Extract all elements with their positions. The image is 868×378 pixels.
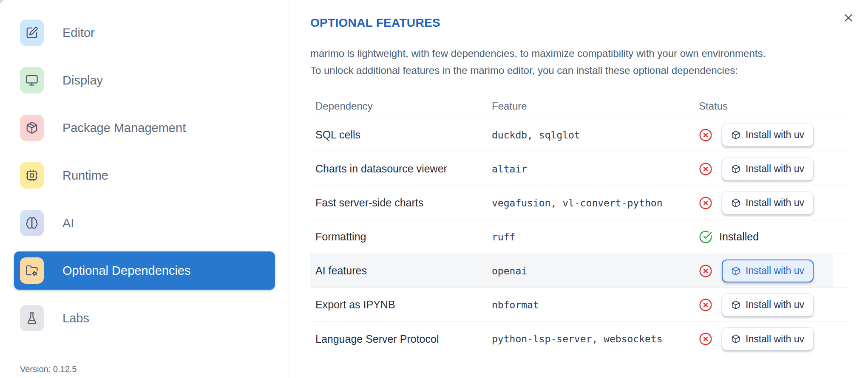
version-label: Version: 0.12.5 bbox=[14, 364, 275, 374]
box-icon bbox=[731, 130, 740, 140]
sidebar-item-label: Editor bbox=[62, 26, 95, 40]
installed-status-label: Installed bbox=[719, 231, 759, 243]
dependency-name: Fast server-side charts bbox=[310, 197, 487, 209]
sidebar-item-runtime[interactable]: Runtime bbox=[14, 156, 275, 195]
install-with-uv-button[interactable]: Install with uv bbox=[722, 124, 814, 147]
status-cell: Install with uv bbox=[694, 260, 848, 282]
sidebar-item-editor[interactable]: Editor bbox=[14, 14, 275, 52]
circle-check-icon bbox=[699, 230, 712, 244]
feature-packages: altair bbox=[487, 164, 694, 175]
feature-packages: ruff bbox=[487, 231, 694, 243]
box-icon bbox=[731, 198, 740, 208]
status-cell: Installed bbox=[694, 230, 848, 244]
description-line: To unlock additional features in the mar… bbox=[310, 65, 738, 76]
column-header-feature: Feature bbox=[487, 100, 694, 112]
install-button-label: Install with uv bbox=[746, 265, 804, 276]
box-icon bbox=[731, 300, 740, 310]
sidebar-item-package-management[interactable]: Package Management bbox=[14, 109, 275, 147]
install-with-uv-button[interactable]: Install with uv bbox=[722, 260, 814, 282]
sidebar-item-label: AI bbox=[62, 216, 74, 230]
status-cell: Install with uv bbox=[694, 327, 848, 350]
dependency-name: SQL cells bbox=[310, 129, 487, 141]
sidebar-item-optional-dependencies[interactable]: Optional Dependencies bbox=[14, 251, 275, 290]
close-button[interactable] bbox=[841, 10, 856, 25]
circle-x-icon bbox=[699, 264, 712, 278]
close-icon bbox=[843, 12, 854, 23]
table-row: Charts in datasource viewer altair Insta… bbox=[310, 152, 848, 186]
circle-x-icon bbox=[699, 196, 712, 210]
install-button-label: Install with uv bbox=[746, 299, 804, 310]
feature-packages: nbformat bbox=[487, 299, 694, 310]
sidebar-item-labs[interactable]: Labs bbox=[14, 299, 275, 337]
package-icon bbox=[20, 115, 44, 141]
pencil-square-icon bbox=[20, 20, 44, 46]
brain-icon bbox=[20, 210, 44, 236]
page-title: OPTIONAL FEATURES bbox=[310, 16, 848, 30]
install-with-uv-button[interactable]: Install with uv bbox=[722, 158, 814, 181]
feature-packages: openai bbox=[487, 265, 694, 276]
status-cell: Install with uv bbox=[694, 158, 848, 181]
table-row: Export as IPYNB nbformat Install with uv bbox=[310, 288, 848, 322]
sidebar-item-label: Display bbox=[62, 73, 103, 87]
dependency-name: Formatting bbox=[310, 231, 487, 243]
status-cell: Install with uv bbox=[694, 192, 848, 214]
status-cell: Install with uv bbox=[694, 124, 848, 147]
description-line: marimo is lightweight, with few dependen… bbox=[310, 48, 766, 59]
feature-packages: duckdb, sqlglot bbox=[487, 130, 694, 141]
flask-icon bbox=[20, 305, 44, 331]
sidebar-item-label: Runtime bbox=[62, 169, 108, 183]
feature-packages: python-lsp-server, websockets bbox=[487, 333, 694, 344]
table-row: Formatting ruff Installed bbox=[310, 220, 848, 254]
sidebar-item-display[interactable]: Display bbox=[14, 61, 275, 99]
column-header-status: Status bbox=[694, 100, 848, 112]
optional-features-panel: OPTIONAL FEATURES marimo is lightweight,… bbox=[289, 0, 868, 378]
table-row: Fast server-side charts vegafusion, vl-c… bbox=[310, 186, 848, 220]
circle-x-icon bbox=[699, 128, 712, 142]
cpu-icon bbox=[20, 162, 44, 189]
box-icon bbox=[731, 334, 740, 344]
box-icon bbox=[731, 266, 740, 276]
panel-description: marimo is lightweight, with few dependen… bbox=[310, 45, 848, 79]
sidebar-item-label: Labs bbox=[62, 311, 89, 325]
install-button-label: Install with uv bbox=[746, 163, 804, 175]
install-with-uv-button[interactable]: Install with uv bbox=[722, 192, 814, 214]
table-header-row: Dependency Feature Status bbox=[310, 94, 848, 118]
sidebar-item-label: Optional Dependencies bbox=[62, 264, 190, 278]
install-with-uv-button[interactable]: Install with uv bbox=[722, 293, 814, 316]
dependency-name: AI features bbox=[310, 265, 487, 277]
table-row: SQL cells duckdb, sqlglot Install with u… bbox=[310, 118, 848, 152]
dependency-name: Charts in datasource viewer bbox=[310, 163, 487, 175]
optional-dependencies-table: Dependency Feature Status SQL cells duck… bbox=[310, 94, 848, 356]
dependency-name: Export as IPYNB bbox=[310, 299, 487, 311]
sidebar-item-ai[interactable]: AI bbox=[14, 204, 275, 242]
status-cell: Install with uv bbox=[694, 293, 848, 316]
dependency-name: Language Server Protocol bbox=[310, 333, 487, 345]
table-row: Language Server Protocol python-lsp-serv… bbox=[310, 322, 848, 356]
circle-x-icon bbox=[699, 162, 712, 176]
sidebar-item-label: Package Management bbox=[62, 121, 186, 135]
monitor-icon bbox=[20, 67, 44, 93]
install-button-label: Install with uv bbox=[746, 197, 804, 209]
table-row: AI features openai Install with uv bbox=[310, 254, 848, 288]
install-with-uv-button[interactable]: Install with uv bbox=[722, 327, 814, 350]
column-header-dependency: Dependency bbox=[310, 100, 487, 112]
circle-x-icon bbox=[699, 298, 712, 312]
settings-sidebar: Editor Display Package Management Runtim… bbox=[0, 0, 289, 378]
feature-packages: vegafusion, vl-convert-python bbox=[487, 197, 694, 209]
circle-x-icon bbox=[699, 332, 712, 346]
box-icon bbox=[731, 164, 740, 174]
settings-dialog: Editor Display Package Management Runtim… bbox=[0, 0, 868, 378]
install-button-label: Install with uv bbox=[746, 333, 804, 345]
folder-gear-icon bbox=[20, 257, 44, 284]
install-button-label: Install with uv bbox=[746, 129, 804, 141]
